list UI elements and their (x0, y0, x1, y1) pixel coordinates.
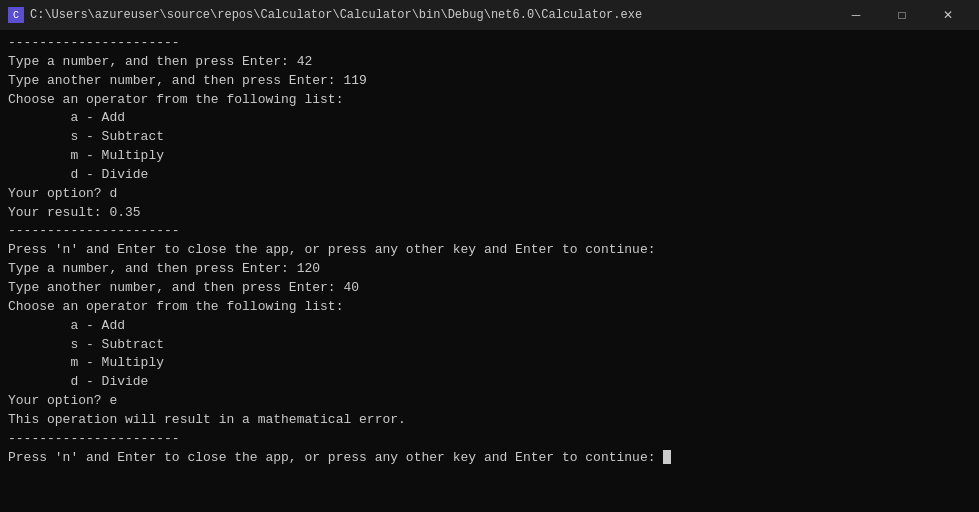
title-text: C:\Users\azureuser\source\repos\Calculat… (30, 8, 642, 22)
console-line: a - Add (8, 109, 971, 128)
close-button[interactable]: ✕ (925, 0, 971, 30)
title-bar: C C:\Users\azureuser\source\repos\Calcul… (0, 0, 979, 30)
window-controls: ─ □ ✕ (833, 0, 971, 30)
console-output: ----------------------Type a number, and… (0, 30, 979, 512)
console-line: Choose an operator from the following li… (8, 298, 971, 317)
console-line: Type a number, and then press Enter: 42 (8, 53, 971, 72)
console-line: ---------------------- (8, 222, 971, 241)
console-line: Type another number, and then press Ente… (8, 72, 971, 91)
console-line: d - Divide (8, 166, 971, 185)
console-line: Type another number, and then press Ente… (8, 279, 971, 298)
icon-letter: C (13, 10, 19, 21)
console-line: m - Multiply (8, 147, 971, 166)
console-line: Choose an operator from the following li… (8, 91, 971, 110)
console-line: s - Subtract (8, 128, 971, 147)
minimize-button[interactable]: ─ (833, 0, 879, 30)
console-line: ---------------------- (8, 34, 971, 53)
console-line: This operation will result in a mathemat… (8, 411, 971, 430)
title-bar-left: C C:\Users\azureuser\source\repos\Calcul… (8, 7, 642, 23)
console-line: d - Divide (8, 373, 971, 392)
console-line: ---------------------- (8, 430, 971, 449)
console-line: Type a number, and then press Enter: 120 (8, 260, 971, 279)
console-line: s - Subtract (8, 336, 971, 355)
maximize-button[interactable]: □ (879, 0, 925, 30)
console-line: Press 'n' and Enter to close the app, or… (8, 449, 971, 468)
cursor (663, 450, 671, 464)
app-icon: C (8, 7, 24, 23)
console-line: a - Add (8, 317, 971, 336)
console-line: m - Multiply (8, 354, 971, 373)
console-line: Your result: 0.35 (8, 204, 971, 223)
console-line: Your option? e (8, 392, 971, 411)
console-line: Press 'n' and Enter to close the app, or… (8, 241, 971, 260)
console-line: Your option? d (8, 185, 971, 204)
